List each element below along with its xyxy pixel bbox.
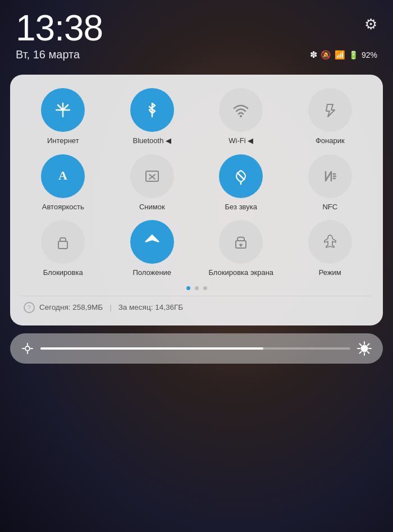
date-label: Вт, 16 марта — [16, 48, 80, 61]
page-dots — [21, 286, 372, 290]
nfc-label: NFC — [322, 203, 337, 212]
volume-mute-icon: 🔕 — [321, 50, 331, 60]
svg-line-9 — [237, 173, 244, 180]
brightness-fill — [40, 347, 263, 350]
divider: | — [109, 303, 112, 311]
grid-row-3: Блокировка Положение Блокировка экран — [21, 220, 372, 277]
brightness-bright-icon — [357, 341, 372, 356]
month-usage: За месяц: 14,36ГБ — [118, 303, 183, 311]
tile-bluetooth[interactable]: Bluetooth ◀ — [111, 88, 194, 145]
tile-lockscreen[interactable]: Блокировка экрана — [199, 220, 283, 277]
grid-row-1: Интернет Bluetooth ◀ Wi-Fi ◀ — [21, 88, 372, 145]
svg-line-3 — [63, 105, 68, 110]
info-icon: ? — [24, 302, 35, 313]
bluetooth-circle — [130, 88, 174, 132]
lockscreen-label: Блокировка экрана — [208, 268, 273, 277]
dot-2[interactable] — [195, 286, 199, 290]
data-usage-bar: ? Сегодня: 258,9МБ | За месяц: 14,36ГБ — [21, 296, 372, 317]
tile-airplane[interactable]: Режим — [289, 220, 372, 277]
tile-wifi[interactable]: Wi-Fi ◀ — [199, 88, 283, 145]
airplane-label: Режим — [319, 268, 341, 277]
svg-point-17 — [25, 346, 30, 351]
tile-internet[interactable]: Интернет — [21, 88, 105, 145]
airplane-circle — [308, 220, 352, 264]
lockscreen-circle — [219, 220, 263, 264]
brightness-track[interactable] — [40, 347, 350, 350]
bluetooth-status-icon: ✽ — [310, 49, 317, 60]
status-bar: 13:38 ⚙ Вт, 16 марта ✽ 🔕 📶 🔋 92% — [0, 0, 393, 66]
mute-circle — [219, 154, 263, 198]
dot-3[interactable] — [203, 286, 207, 290]
svg-line-27 — [360, 343, 362, 345]
screenshot-label: Снимок — [139, 203, 165, 212]
dot-1[interactable] — [186, 286, 190, 290]
svg-point-22 — [362, 345, 368, 351]
tile-location[interactable]: Положение — [111, 220, 194, 277]
brightness-dim-icon — [21, 342, 34, 355]
brightness-bar[interactable] — [10, 333, 383, 364]
flashlight-label: Фонарик — [316, 136, 345, 145]
status-icons: ✽ 🔕 📶 🔋 92% — [310, 49, 377, 60]
svg-rect-14 — [58, 241, 67, 249]
grid-row-2: A Автояркость Снимок — [21, 154, 372, 212]
tile-mute[interactable]: Без звука — [199, 154, 283, 212]
bluetooth-label: Bluetooth ◀ — [132, 136, 171, 145]
lock-label: Блокировка — [43, 268, 83, 277]
lock-circle — [41, 220, 85, 264]
location-label: Положение — [132, 268, 171, 277]
today-usage: Сегодня: 258,9МБ — [39, 303, 103, 311]
battery-icon: 🔋 — [349, 51, 358, 59]
tile-flashlight[interactable]: Фонарик — [289, 88, 372, 145]
screenshot-circle — [130, 154, 174, 198]
flashlight-circle — [308, 88, 352, 132]
control-panel: Интернет Bluetooth ◀ Wi-Fi ◀ — [10, 75, 383, 325]
battery-level: 92% — [362, 51, 377, 59]
tile-screenshot[interactable]: Снимок — [111, 154, 194, 212]
tile-lock[interactable]: Блокировка — [21, 220, 105, 277]
svg-text:A: A — [58, 168, 67, 182]
internet-label: Интернет — [47, 136, 79, 145]
wifi-circle — [219, 88, 263, 132]
mute-label: Без звука — [225, 203, 257, 212]
svg-line-30 — [360, 351, 362, 353]
settings-icon[interactable]: ⚙ — [364, 16, 377, 33]
autobright-label: Автояркость — [42, 203, 84, 212]
autobright-circle: A — [41, 154, 85, 198]
wifi-label: Wi-Fi ◀ — [229, 136, 253, 145]
clock: 13:38 — [16, 10, 103, 46]
nfc-circle — [308, 154, 352, 198]
svg-line-2 — [58, 105, 63, 110]
tile-autobright[interactable]: A Автояркость — [21, 154, 105, 212]
svg-point-4 — [240, 115, 242, 117]
internet-circle — [41, 88, 85, 132]
signal-icon: 📶 — [335, 50, 345, 60]
svg-line-28 — [368, 351, 369, 353]
svg-line-29 — [368, 343, 369, 345]
tile-nfc[interactable]: NFC — [289, 154, 372, 212]
location-circle — [130, 220, 174, 264]
